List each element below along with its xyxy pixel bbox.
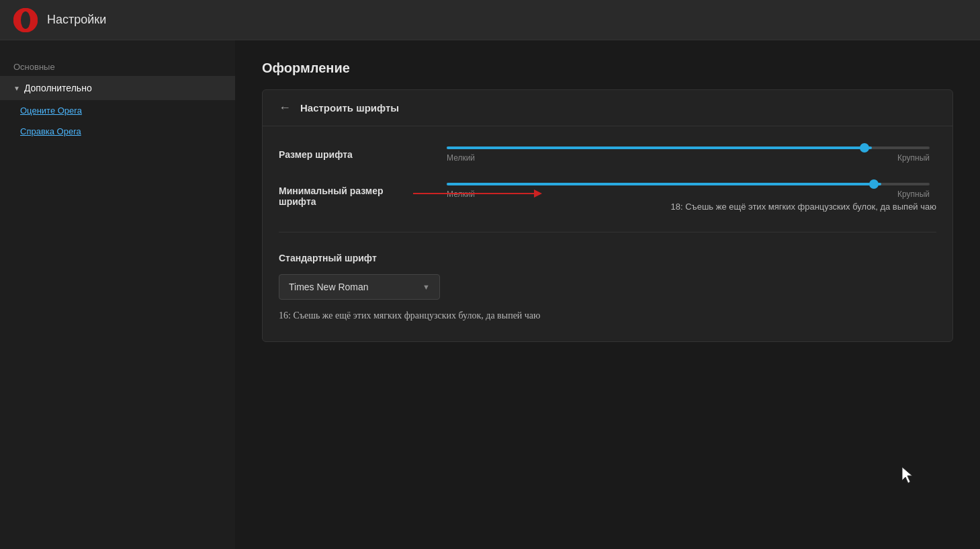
min-font-size-label: Минимальный размер шрифта [279, 183, 427, 207]
arrow-annotation [413, 189, 542, 198]
font-size-control: Мелкий Крупный [440, 146, 936, 163]
arrow-line [413, 193, 534, 194]
min-font-size-slider-thumb[interactable] [869, 179, 879, 189]
card-header-title: Настроить шрифты [300, 102, 399, 114]
font-size-max-label: Крупный [897, 153, 930, 163]
card-header: ← Настроить шрифты [263, 90, 952, 126]
font-select-value: Times New Roman [289, 282, 369, 292]
min-font-size-label-line1: Минимальный размер [279, 185, 384, 196]
divider [279, 232, 936, 233]
svg-point-4 [21, 11, 30, 29]
sidebar: Основные ▼ Дополнительно Оцените Opera С… [0, 40, 235, 549]
content-area: Оформление ← Настроить шрифты Размер шри… [235, 40, 980, 549]
chevron-down-icon: ▼ [13, 85, 20, 92]
font-size-slider-track[interactable] [447, 146, 930, 149]
standard-font-label: Стандартный шрифт [279, 253, 936, 263]
sidebar-item-advanced-label: Дополнительно [24, 83, 92, 93]
arrow-head [534, 189, 542, 198]
standard-font-preview: 16: Съешь же ещё этих мягких французских… [279, 310, 936, 321]
standard-font-select[interactable]: Times New Roman ▼ [279, 274, 440, 300]
font-size-slider-thumb[interactable] [860, 143, 869, 153]
back-button[interactable]: ← [279, 101, 291, 115]
font-size-slider-labels: Мелкий Крупный [440, 153, 936, 163]
fonts-card: ← Настроить шрифты Размер шрифта [262, 89, 953, 342]
font-size-slider-fill [447, 146, 872, 149]
dropdown-arrow-icon: ▼ [422, 283, 430, 291]
app-title: Настройки [47, 13, 106, 27]
app-header: Настройки [0, 0, 980, 40]
font-size-row: Размер шрифта Мелкий Крупный [279, 146, 936, 163]
min-font-size-slider-container [440, 183, 936, 185]
standard-font-section: Стандартный шрифт Times New Roman ▼ 16: … [279, 249, 936, 321]
min-font-size-max-label: Крупный [897, 189, 930, 199]
sidebar-item-advanced[interactable]: ▼ Дополнительно [0, 76, 235, 100]
min-font-size-label-line2: шрифта [279, 196, 316, 207]
min-font-size-slider-track[interactable] [447, 183, 930, 185]
sidebar-item-basic[interactable]: Основные [0, 54, 235, 76]
sidebar-link-help-opera[interactable]: Справка Opera [0, 121, 235, 142]
section-title: Оформление [262, 60, 953, 76]
min-font-size-slider-fill [447, 183, 881, 185]
sidebar-link-rate-opera[interactable]: Оцените Opera [0, 100, 235, 121]
opera-logo [13, 8, 38, 32]
min-font-size-row: Минимальный размер шрифта Мелкий Кр [279, 183, 936, 212]
card-body: Размер шрифта Мелкий Крупный [263, 126, 952, 341]
main-layout: Основные ▼ Дополнительно Оцените Opera С… [0, 40, 980, 549]
font-size-min-label: Мелкий [447, 153, 475, 163]
font-size-label: Размер шрифта [279, 146, 427, 160]
font-size-slider-container [440, 146, 936, 149]
min-font-size-preview: 18: Съешь же ещё этих мягких французских… [440, 202, 936, 212]
